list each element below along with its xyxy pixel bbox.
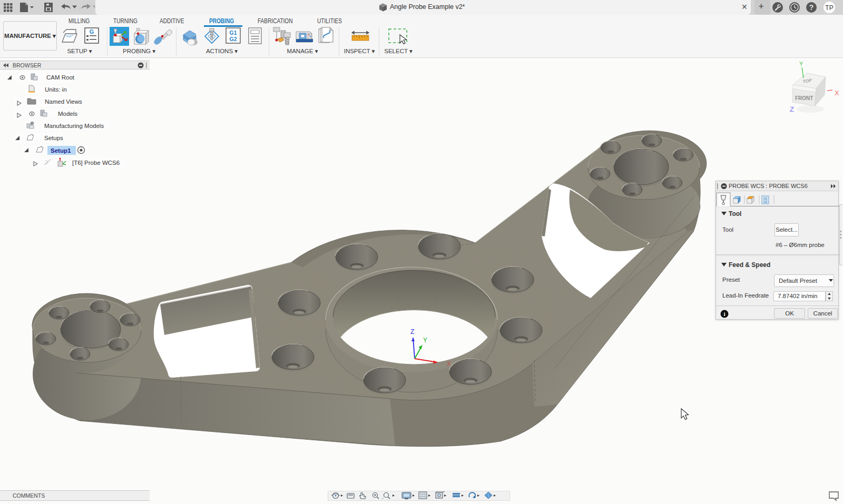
svg-text:Manufacturing Models: Manufacturing Models xyxy=(44,123,104,129)
svg-text:Z: Z xyxy=(790,105,794,113)
svg-text:[T6] Probe WCS6: [T6] Probe WCS6 xyxy=(72,160,120,166)
svg-text:Z: Z xyxy=(410,328,414,335)
svg-text:CAM Root: CAM Root xyxy=(46,74,75,81)
svg-text:Named Views: Named Views xyxy=(45,98,82,105)
svg-text:i: i xyxy=(723,311,725,317)
svg-text:Y: Y xyxy=(799,61,803,67)
svg-text:Y: Y xyxy=(423,337,427,344)
svg-text:Units: in: Units: in xyxy=(45,86,67,93)
svg-text:?: ? xyxy=(809,3,814,12)
svg-text:Models: Models xyxy=(58,111,77,117)
svg-text:G2: G2 xyxy=(229,36,237,42)
svg-text:X: X xyxy=(835,89,839,97)
svg-text:G: G xyxy=(90,28,94,35)
svg-text:FRONT: FRONT xyxy=(795,95,813,101)
svg-text:X: X xyxy=(447,360,451,368)
svg-text:Setups: Setups xyxy=(44,135,63,141)
svg-text:TP: TP xyxy=(825,4,834,12)
svg-text:G2: G2 xyxy=(763,200,767,203)
svg-text:G1: G1 xyxy=(763,197,767,200)
svg-text:G1: G1 xyxy=(229,29,237,36)
svg-text:Setup1: Setup1 xyxy=(51,147,71,154)
